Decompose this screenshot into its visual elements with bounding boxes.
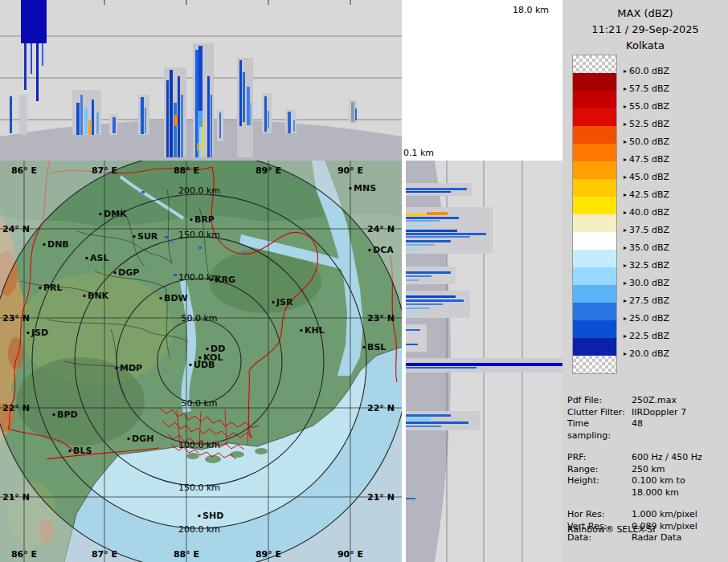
legend-panel: MAX (dBZ) 11:21 / 29-Sep-2025 Kolkata 60… — [562, 0, 728, 562]
info-value: 600 Hz / 450 Hz — [632, 452, 702, 464]
range-ring-label: 150.0 km — [178, 483, 220, 493]
legend-threshold-label: 30.0 dBZ — [624, 278, 669, 289]
legend-threshold-label: 47.5 dBZ — [624, 154, 669, 165]
city-label: KHL — [305, 325, 325, 336]
city-dot — [68, 450, 71, 452]
city-label: SHD — [202, 511, 223, 521]
info-label: Clutter Filter: — [567, 407, 632, 419]
latitude-label: 24° N — [2, 224, 30, 234]
city-label: BNK — [88, 291, 109, 301]
radar-map: 200.0 km150.0 km100.0 km50.0 km50.0 km10… — [0, 161, 402, 562]
city-dot — [368, 249, 370, 251]
colorbar-color-block — [573, 73, 616, 91]
product-title: MAX (dBZ) — [562, 6, 728, 22]
latitude-label: 23° N — [367, 313, 395, 324]
legend-threshold-label: 52.5 dBZ — [624, 119, 669, 130]
longitude-label: 87° E — [92, 165, 117, 176]
info-row: Height:0.100 km to 18.000 km — [567, 475, 726, 499]
city-dot — [210, 279, 212, 281]
info-row: Hor Res:1.000 km/pixel — [567, 509, 726, 521]
info-label: Hor Res: — [567, 509, 632, 521]
city-label: ASL — [90, 253, 108, 263]
longitude-label: 88° E — [174, 165, 199, 176]
legend-threshold-label: 37.5 dBZ — [624, 225, 669, 236]
info-value: IIRDoppler 7 — [632, 407, 686, 419]
city-dot — [300, 329, 302, 332]
city-label: BRP — [194, 214, 215, 225]
longitude-label: 89° E — [256, 549, 281, 560]
city-dot — [190, 218, 192, 221]
latitude-label: 22° N — [2, 403, 30, 413]
info-value: 48 — [632, 418, 643, 442]
top-cross-section-panel — [0, 0, 402, 161]
city-dot — [189, 364, 191, 366]
city-dot — [198, 515, 200, 517]
colorbar-color-block — [573, 161, 616, 179]
city-label: JSR — [276, 297, 293, 307]
city-label: JSD — [31, 328, 48, 338]
city-dot — [27, 332, 29, 334]
side-cross-section-plot — [406, 161, 562, 562]
corner-area: 18.0 km 0.1 km — [402, 0, 562, 161]
longitude-label: 90° E — [337, 165, 363, 176]
city-dot — [115, 367, 117, 369]
city-label: KRG — [215, 275, 235, 285]
legend-threshold-label: 50.0 dBZ — [624, 136, 669, 148]
legend-threshold-label: 60.0 dBZ — [624, 66, 669, 77]
city-label: BLS — [73, 446, 92, 456]
dbz-colorbar — [572, 55, 617, 374]
info-label: Range: — [567, 464, 632, 476]
info-value: 1.000 km/pixel — [632, 509, 697, 521]
top-cross-section-plot — [0, 0, 402, 161]
city-label: UDB — [194, 360, 215, 370]
colorbar-color-block — [573, 338, 616, 356]
colorbar-color-block — [573, 267, 616, 285]
city-dot — [99, 213, 101, 215]
city-dot — [349, 187, 351, 189]
map-panel: 200.0 km150.0 km100.0 km50.0 km50.0 km10… — [0, 161, 402, 562]
min-height-label: 0.1 km — [403, 148, 434, 158]
colorbar-color-block — [573, 232, 616, 250]
city-dot — [85, 257, 88, 259]
city-dot — [159, 297, 162, 299]
radar-echo — [242, 250, 245, 253]
legend-threshold-label: 42.5 dBZ — [624, 189, 669, 201]
city-dot — [133, 235, 135, 238]
colorbar-color-block — [573, 91, 616, 108]
latitude-label: 23° N — [2, 313, 30, 324]
city-label: MNS — [354, 183, 376, 193]
city-label: BPD — [57, 409, 78, 420]
legend-threshold-label: 55.0 dBZ — [624, 101, 669, 112]
city-label: MDP — [120, 363, 142, 373]
city-dot — [198, 356, 201, 359]
range-ring-label: 100.0 km — [178, 440, 220, 450]
info-label: PRF: — [567, 452, 632, 464]
longitude-label: 89° E — [256, 165, 281, 176]
product-datetime: 11:21 / 29-Sep-2025 — [562, 22, 728, 38]
legend-threshold-label: 40.0 dBZ — [624, 207, 669, 218]
info-value: 250Z.max — [632, 395, 677, 407]
city-dot — [206, 348, 208, 350]
legend-threshold-label: 45.0 dBZ — [624, 172, 669, 183]
info-value: 0.100 km to 18.000 km — [632, 475, 685, 499]
radar-echo — [198, 246, 202, 249]
colorbar-color-block — [573, 179, 616, 197]
info-row: Range:250 km — [567, 464, 726, 476]
city-label: DCA — [373, 245, 394, 255]
legend-threshold-label: 20.0 dBZ — [624, 348, 669, 360]
radar-echo — [170, 241, 174, 243]
range-ring-label: 150.0 km — [178, 230, 220, 240]
legend-threshold-label: 35.0 dBZ — [624, 242, 669, 254]
info-row: Clutter Filter:IIRDoppler 7 — [567, 407, 726, 419]
latitude-label: 21° N — [2, 492, 30, 503]
city-label: DGP — [118, 267, 139, 278]
info-label: Time sampling: — [567, 418, 632, 442]
legend-threshold-label: 25.0 dBZ — [624, 313, 669, 324]
legend-threshold-label: 32.5 dBZ — [624, 260, 669, 271]
station-name: Kolkata — [562, 38, 728, 54]
colorbar-color-block — [573, 303, 616, 320]
city-dot — [362, 346, 365, 348]
range-ring-label: 200.0 km — [178, 524, 220, 535]
info-row: Time sampling:48 — [567, 418, 726, 442]
product-info: Pdf File:250Z.maxClutter Filter:IIRDoppl… — [567, 395, 726, 544]
